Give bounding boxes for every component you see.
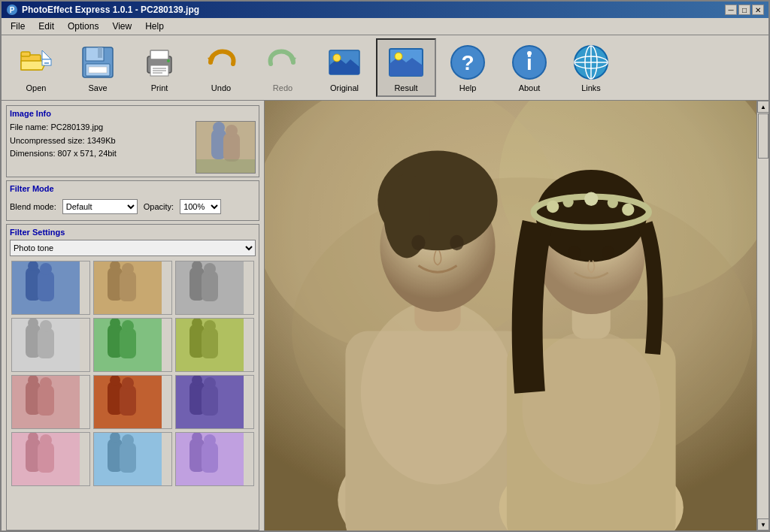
open-icon	[17, 43, 56, 82]
links-button[interactable]: Links	[561, 39, 621, 96]
svg-marker-4	[42, 50, 51, 59]
help-icon: ?	[448, 43, 487, 82]
filter-thumb-1[interactable]	[11, 261, 90, 315]
about-button[interactable]: i About	[499, 39, 559, 96]
svg-point-93	[110, 432, 120, 443]
filter-thumb-6[interactable]	[175, 318, 254, 372]
right-area: ▲ ▼	[265, 101, 768, 530]
svg-point-29	[527, 51, 532, 56]
menu-help[interactable]: Help	[139, 20, 170, 33]
original-label: Original	[330, 83, 359, 92]
svg-rect-5	[42, 59, 51, 65]
svg-point-43	[28, 261, 38, 271]
print-button[interactable]: Print	[129, 39, 189, 96]
right-scrollbar: ▲ ▼	[756, 101, 768, 530]
svg-point-78	[110, 375, 120, 385]
scroll-up-button[interactable]: ▲	[757, 101, 768, 113]
maximize-button[interactable]: □	[738, 5, 750, 15]
help-label: Help	[459, 83, 477, 92]
filename-text: File name: PC280139.jpg	[10, 121, 189, 135]
filter-thumb-8[interactable]	[93, 375, 172, 429]
filter-thumb-12[interactable]	[175, 432, 254, 486]
svg-text:?: ?	[461, 51, 474, 74]
opacity-select[interactable]: 100%	[180, 199, 221, 214]
image-info-content: File name: PC280139.jpg Uncompressed siz…	[10, 121, 256, 174]
svg-point-95	[122, 434, 134, 446]
menu-view[interactable]: View	[106, 20, 138, 33]
close-button[interactable]: ✕	[752, 5, 764, 15]
size-text: Uncompressed size: 1349Kb	[10, 135, 189, 148]
filter-select[interactable]: Photo tone	[10, 240, 256, 256]
svg-point-58	[28, 318, 38, 328]
opacity-label: Opacity:	[144, 202, 174, 211]
thumb-grid-wrapper	[10, 259, 256, 527]
menu-options[interactable]: Options	[62, 20, 105, 33]
toolbar: Open Save	[2, 35, 768, 101]
filter-thumb-4[interactable]	[11, 318, 90, 372]
original-button[interactable]: Original	[314, 39, 374, 96]
scroll-down-button[interactable]: ▼	[757, 518, 768, 530]
svg-rect-74	[38, 385, 54, 416]
filter-settings-section: Filter Settings Photo tone	[6, 224, 259, 530]
redo-icon	[263, 43, 302, 82]
undo-button[interactable]: Undo	[191, 39, 251, 96]
result-button[interactable]: Result	[376, 38, 436, 97]
svg-rect-11	[89, 67, 107, 73]
filter-thumb-7[interactable]	[11, 375, 90, 429]
result-label: Result	[394, 83, 417, 92]
open-label: Open	[26, 83, 47, 92]
window-title: PhotoEffect Express 1.0.1 - PC280139.jpg	[22, 5, 199, 15]
help-button[interactable]: ? Help	[438, 39, 498, 96]
filter-thumb-9[interactable]	[175, 375, 254, 429]
filter-thumb-5[interactable]	[93, 318, 172, 372]
svg-rect-13	[150, 50, 168, 59]
svg-point-75	[40, 377, 52, 389]
scroll-thumb[interactable]	[758, 113, 768, 159]
print-icon	[140, 43, 179, 82]
minimize-button[interactable]: ─	[725, 5, 737, 15]
svg-rect-59	[38, 328, 54, 358]
undo-label: Undo	[211, 83, 231, 92]
redo-button[interactable]: Redo	[253, 39, 313, 96]
svg-rect-79	[120, 385, 136, 416]
filter-thumb-10[interactable]	[11, 432, 90, 486]
menu-file[interactable]: File	[5, 20, 31, 33]
svg-rect-38	[223, 133, 240, 162]
title-bar: P PhotoEffect Express 1.0.1 - PC280139.j…	[2, 2, 768, 18]
svg-point-60	[40, 320, 52, 332]
app-icon: P	[6, 4, 18, 16]
result-icon	[387, 43, 426, 82]
svg-rect-128	[265, 101, 756, 530]
svg-point-90	[40, 434, 52, 446]
svg-point-73	[28, 375, 38, 385]
open-button[interactable]: Open	[6, 39, 66, 96]
svg-rect-94	[120, 443, 136, 473]
links-label: Links	[581, 83, 601, 92]
image-info-text-block: File name: PC280139.jpg Uncompressed siz…	[10, 121, 189, 174]
svg-point-18	[167, 59, 170, 62]
svg-point-70	[204, 320, 216, 332]
svg-text:P: P	[10, 6, 15, 14]
blend-mode-select[interactable]: Default	[62, 199, 138, 214]
svg-rect-49	[120, 271, 136, 301]
svg-point-45	[40, 263, 52, 275]
original-icon	[325, 43, 364, 82]
image-info-section: Image Info File name: PC280139.jpg Uncom…	[6, 105, 259, 177]
svg-rect-44	[38, 271, 54, 301]
svg-rect-3	[21, 52, 30, 56]
scroll-track	[757, 113, 768, 518]
svg-rect-69	[202, 328, 218, 358]
svg-point-48	[110, 261, 120, 271]
svg-point-53	[192, 261, 202, 271]
filter-thumb-11[interactable]	[93, 432, 172, 486]
svg-point-100	[204, 434, 216, 446]
svg-rect-84	[202, 385, 218, 416]
save-button[interactable]: Save	[68, 39, 128, 96]
svg-point-37	[213, 122, 225, 134]
menu-edit[interactable]: Edit	[32, 20, 60, 33]
filter-thumb-2[interactable]	[93, 261, 172, 315]
save-label: Save	[88, 83, 107, 92]
svg-point-50	[122, 263, 134, 275]
svg-point-68	[192, 318, 202, 328]
filter-thumb-3[interactable]	[175, 261, 254, 315]
